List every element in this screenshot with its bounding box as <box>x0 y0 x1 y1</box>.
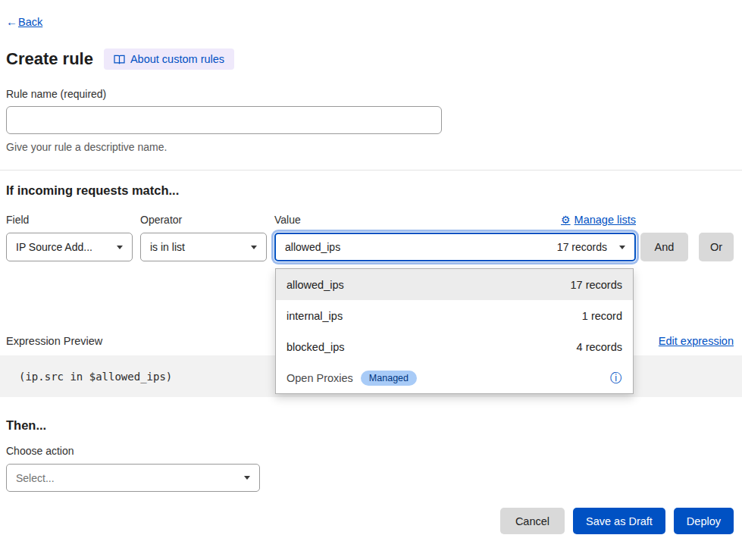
field-label: Field <box>6 214 133 226</box>
list-option-name: internal_ips <box>286 310 343 322</box>
edit-expression-link[interactable]: Edit expression <box>659 335 734 347</box>
manage-lists-link[interactable]: ⚙ Manage lists <box>561 214 636 226</box>
list-option-detail: 1 record <box>582 310 622 322</box>
chevron-down-icon <box>244 476 250 480</box>
list-option-detail: 4 records <box>577 341 622 353</box>
managed-badge: Managed <box>361 371 417 386</box>
and-button[interactable]: And <box>640 233 688 261</box>
list-option-open-proxies[interactable]: Open Proxies Managed ⓘ <box>276 362 633 393</box>
field-select[interactable]: IP Source Add... <box>6 233 133 261</box>
operator-label: Operator <box>140 214 267 226</box>
value-label-row: Value ⚙ Manage lists <box>274 214 636 226</box>
value-label: Value <box>274 214 301 226</box>
match-section-heading: If incoming requests match... <box>6 183 734 198</box>
expression-preview-label: Expression Preview <box>6 335 102 347</box>
list-option-internal-ips[interactable]: internal_ips 1 record <box>276 300 633 331</box>
value-column: Value ⚙ Manage lists allowed_ips 17 reco… <box>274 214 636 261</box>
page-title: Create rule <box>6 49 93 69</box>
or-button[interactable]: Or <box>699 233 734 261</box>
info-icon[interactable]: ⓘ <box>610 372 622 384</box>
rule-name-helper: Give your rule a descriptive name. <box>6 141 734 153</box>
action-select[interactable]: Select... <box>6 464 260 492</box>
about-custom-rules-button[interactable]: About custom rules <box>104 48 234 70</box>
about-custom-rules-label: About custom rules <box>130 53 224 65</box>
list-option-name: allowed_ips <box>286 279 344 291</box>
value-select-value: allowed_ips <box>285 241 557 253</box>
value-select-records: 17 records <box>557 241 607 253</box>
list-option-allowed-ips[interactable]: allowed_ips 17 records <box>276 269 633 300</box>
footer-actions: Cancel Save as Draft Deploy <box>6 508 734 534</box>
chevron-down-icon <box>619 246 625 249</box>
list-option-name: Open Proxies <box>286 372 353 384</box>
choose-action-label: Choose action <box>6 445 734 457</box>
back-row: ←Back <box>6 14 734 29</box>
field-select-value: IP Source Add... <box>16 241 109 253</box>
back-link[interactable]: ←Back <box>6 15 42 28</box>
deploy-button[interactable]: Deploy <box>674 508 734 534</box>
list-option-name: blocked_ips <box>286 341 345 353</box>
value-select[interactable]: allowed_ips 17 records <box>274 233 636 261</box>
title-row: Create rule About custom rules <box>6 48 734 70</box>
list-option-left: Open Proxies Managed <box>286 371 417 386</box>
operator-select[interactable]: is in list <box>140 233 267 261</box>
cancel-button[interactable]: Cancel <box>500 508 565 534</box>
save-as-draft-button[interactable]: Save as Draft <box>573 508 665 534</box>
list-option-detail: 17 records <box>570 279 622 291</box>
operator-select-value: is in list <box>150 241 243 253</box>
operator-column: Operator is in list <box>140 214 267 261</box>
rule-name-label: Rule name (required) <box>6 88 734 100</box>
expression-code: (ip.src in $allowed_ips) <box>19 371 172 383</box>
book-icon <box>114 55 125 64</box>
manage-lists-label: Manage lists <box>575 214 636 226</box>
section-divider <box>0 170 742 171</box>
back-label: Back <box>18 16 42 28</box>
action-select-placeholder: Select... <box>16 472 236 484</box>
value-dropdown-panel: allowed_ips 17 records internal_ips 1 re… <box>275 268 634 394</box>
back-arrow-icon: ← <box>6 15 17 28</box>
list-option-blocked-ips[interactable]: blocked_ips 4 records <box>276 331 633 362</box>
chevron-down-icon <box>251 246 257 249</box>
then-section-heading: Then... <box>6 418 734 433</box>
field-column: Field IP Source Add... <box>6 214 133 261</box>
match-condition-row: Field IP Source Add... Operator is in li… <box>6 214 734 261</box>
chevron-down-icon <box>117 246 123 249</box>
rule-name-input[interactable] <box>6 106 442 134</box>
create-rule-page: ←Back Create rule About custom rules Rul… <box>0 0 742 534</box>
gear-icon: ⚙ <box>561 214 571 226</box>
